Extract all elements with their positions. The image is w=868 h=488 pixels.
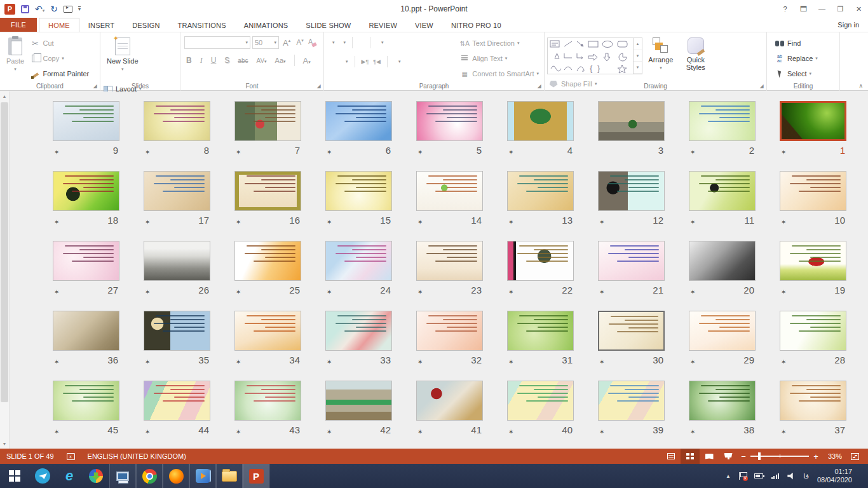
slide-thumbnail-35[interactable]: ✶35: [144, 311, 210, 365]
ltr-button[interactable]: ▶¶: [362, 58, 369, 65]
slide-image-35[interactable]: [144, 311, 210, 351]
copy-button[interactable]: Copy▾: [30, 52, 89, 65]
scrollbar-thumb[interactable]: [1, 102, 8, 402]
slide-thumbnail-9[interactable]: ✶9: [53, 101, 119, 156]
text-direction-button[interactable]: ⇅AText Direction▾: [459, 37, 539, 50]
slide-image-11[interactable]: [689, 171, 756, 211]
slide-thumbnail-41[interactable]: ✶41: [416, 381, 483, 435]
format-painter-button[interactable]: Format Painter: [30, 67, 89, 80]
slide-image-44[interactable]: [144, 381, 210, 421]
restore-button[interactable]: ❐: [831, 0, 850, 18]
slide-image-14[interactable]: [416, 171, 483, 211]
slide-image-33[interactable]: [325, 311, 392, 351]
slide-thumbnail-43[interactable]: ✶43: [234, 381, 301, 435]
slide-image-6[interactable]: [325, 101, 392, 141]
slide-thumbnail-31[interactable]: ✶31: [507, 311, 574, 365]
taskbar-start-button[interactable]: [0, 464, 29, 488]
slide-thumbnail-14[interactable]: ✶14: [416, 171, 483, 226]
clear-formatting-button[interactable]: [308, 37, 318, 48]
slide-thumbnail-17[interactable]: ✶17: [144, 171, 210, 226]
slide-image-3[interactable]: [598, 101, 665, 141]
slide-thumbnail-1[interactable]: ✶1: [780, 101, 846, 156]
slide-thumbnail-7[interactable]: ✶7: [234, 101, 301, 156]
slide-image-30[interactable]: [598, 311, 665, 351]
slide-image-12[interactable]: [598, 171, 665, 211]
tab-slide-show[interactable]: SLIDE SHOW: [297, 18, 360, 32]
slide-thumbnail-11[interactable]: ✶11: [689, 171, 756, 226]
italic-button[interactable]: I: [198, 56, 205, 65]
font-color-button[interactable]: A▾: [301, 56, 313, 65]
underline-button[interactable]: U: [209, 56, 219, 65]
slide-image-31[interactable]: [507, 311, 574, 351]
slide-image-38[interactable]: [689, 381, 756, 421]
taskbar-ie-button[interactable]: e: [56, 464, 83, 488]
slide-thumbnail-29[interactable]: ✶29: [689, 311, 756, 365]
tab-view[interactable]: VIEW: [406, 18, 442, 32]
undo-icon[interactable]: ↶▾: [35, 4, 44, 13]
slide-image-5[interactable]: [416, 101, 483, 141]
rtl-button[interactable]: ¶◀: [373, 58, 381, 65]
zoom-out-button[interactable]: −: [738, 452, 749, 461]
drawing-dialog-launcher[interactable]: ◢: [759, 83, 764, 89]
slide-image-1[interactable]: [780, 101, 846, 141]
slide-image-29[interactable]: [689, 311, 756, 351]
help-button[interactable]: ?: [776, 0, 794, 18]
slide-indicator[interactable]: SLIDE 1 OF 49: [6, 452, 54, 460]
cut-button[interactable]: ✂Cut: [30, 37, 89, 50]
taskbar-telegram-button[interactable]: [29, 464, 56, 488]
slide-thumbnail-42[interactable]: ✶42: [325, 381, 392, 435]
slide-thumbnail-21[interactable]: ✶21: [598, 241, 665, 295]
slide-image-43[interactable]: [234, 381, 301, 421]
tab-design[interactable]: DESIGN: [123, 18, 168, 32]
volume-icon[interactable]: [787, 473, 795, 480]
taskbar-chrome-button[interactable]: [136, 464, 163, 488]
slide-image-32[interactable]: [416, 311, 483, 351]
notes-button[interactable]: [661, 449, 681, 464]
slide-thumbnail-33[interactable]: ✶33: [325, 311, 392, 365]
tab-file[interactable]: FILE: [0, 18, 37, 32]
tab-insert[interactable]: INSERT: [79, 18, 123, 32]
slide-image-45[interactable]: [53, 381, 119, 421]
slide-image-13[interactable]: [507, 171, 574, 211]
slide-thumbnail-12[interactable]: ✶12: [598, 171, 665, 226]
slide-image-34[interactable]: [234, 311, 301, 351]
network-signal-icon[interactable]: [771, 473, 780, 479]
quick-styles-button[interactable]: Quick Styles: [679, 35, 712, 76]
taskbar-clock[interactable]: 01:1708/04/2020: [817, 468, 852, 484]
slide-thumbnail-5[interactable]: ✶5: [416, 101, 483, 156]
battery-icon[interactable]: [754, 473, 763, 478]
slide-thumbnail-15[interactable]: ✶15: [325, 171, 392, 226]
action-center-flag-icon[interactable]: ✕: [739, 472, 746, 480]
slide-image-28[interactable]: [780, 311, 846, 351]
redo-icon[interactable]: ↻: [50, 4, 58, 13]
slide-image-4[interactable]: [507, 101, 574, 141]
slide-thumbnail-2[interactable]: ✶2: [689, 101, 756, 156]
sign-in-link[interactable]: Sign in: [829, 18, 868, 32]
strikethrough-button[interactable]: abc: [236, 57, 250, 64]
customize-qat-icon[interactable]: ▾: [78, 6, 81, 11]
clipboard-dialog-launcher[interactable]: ◢: [92, 83, 98, 89]
taskbar-wmp-button[interactable]: [189, 464, 216, 488]
taskbar-firefox-button[interactable]: [163, 464, 189, 488]
taskbar-powerpoint-button[interactable]: P: [243, 464, 269, 488]
slide-image-23[interactable]: [416, 241, 483, 281]
slide-thumbnail-18[interactable]: ✶18: [53, 171, 119, 226]
zoom-slider[interactable]: [750, 456, 809, 457]
slide-thumbnail-6[interactable]: ✶6: [325, 101, 392, 156]
arrange-button[interactable]: Arrange▾: [644, 35, 677, 76]
slide-thumbnail-26[interactable]: ✶26: [144, 241, 210, 295]
slide-image-9[interactable]: [53, 101, 119, 141]
taskbar-netsupport-button[interactable]: [109, 464, 136, 488]
scroll-up-arrow[interactable]: ▲: [0, 92, 9, 101]
tray-expand-icon[interactable]: ▲: [726, 473, 731, 479]
change-case-button[interactable]: Aa▾: [273, 57, 288, 64]
slide-image-40[interactable]: [507, 381, 574, 421]
slide-image-17[interactable]: [144, 171, 210, 211]
slide-image-15[interactable]: [325, 171, 392, 211]
paste-button[interactable]: Paste▾: [3, 35, 28, 81]
start-slideshow-icon[interactable]: [64, 6, 72, 13]
select-button[interactable]: Select▾: [775, 67, 818, 80]
tab-nitro-pro-10[interactable]: NITRO PRO 10: [442, 18, 510, 32]
align-text-button[interactable]: Align Text▾: [459, 52, 539, 65]
slide-thumbnail-3[interactable]: ✶3: [598, 101, 665, 156]
